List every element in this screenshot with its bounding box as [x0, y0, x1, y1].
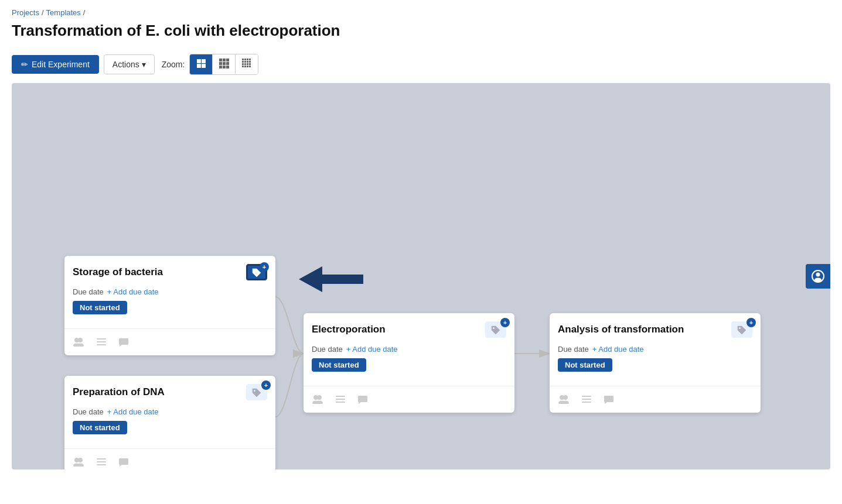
highlight-arrow — [299, 266, 363, 292]
card-prep-checklist-icon[interactable] — [96, 457, 107, 469]
card-analysis-add-due-date[interactable]: + Add due date — [592, 345, 644, 354]
toolbar: ✏ Edit Experiment Actions ▾ Zoom: — [0, 48, 842, 83]
card-analysis-tag-button[interactable]: + — [731, 321, 752, 338]
svg-rect-22 — [244, 63, 246, 65]
card-electroporation-add-due-date[interactable]: + Add due date — [346, 345, 398, 354]
tag-icon — [251, 388, 262, 397]
svg-rect-26 — [244, 66, 246, 67]
breadcrumb-projects[interactable]: Projects — [12, 8, 39, 17]
svg-rect-60 — [582, 396, 591, 397]
tag-icon — [737, 325, 747, 334]
card-electroporation-tag-button[interactable]: + — [485, 321, 506, 338]
card-storage-footer — [64, 332, 275, 355]
breadcrumb-sep1: / — [42, 8, 44, 17]
svg-rect-6 — [226, 59, 229, 61]
svg-rect-14 — [244, 59, 246, 60]
svg-rect-53 — [336, 399, 345, 400]
svg-rect-17 — [242, 61, 244, 63]
svg-point-64 — [816, 273, 820, 277]
card-analysis-members-icon[interactable] — [558, 395, 570, 407]
card-analysis-header: Analysis of transformation + — [550, 313, 761, 342]
card-prep-members-icon[interactable] — [73, 457, 84, 469]
card-prep-due-date-row: Due date + Add due date — [73, 407, 267, 416]
card-analysis-comments-icon[interactable] — [604, 395, 614, 407]
card-storage-add-due-date[interactable]: + Add due date — [107, 287, 159, 296]
svg-point-39 — [254, 390, 255, 392]
svg-rect-62 — [582, 402, 591, 403]
right-panel-user-button[interactable] — [806, 264, 830, 289]
svg-point-33 — [78, 338, 83, 342]
svg-point-55 — [739, 327, 741, 329]
breadcrumb: Projects / Templates / — [0, 0, 842, 19]
card-analysis-status[interactable]: Not started — [558, 358, 612, 372]
edit-experiment-label: Edit Experiment — [32, 60, 90, 69]
svg-rect-2 — [197, 64, 201, 68]
card-storage: Storage of bacteria + Due date + Add due… — [64, 256, 275, 355]
svg-rect-20 — [249, 61, 251, 63]
card-storage-body: Due date + Add due date Not started — [64, 285, 275, 325]
card-prep-divider — [64, 448, 275, 449]
card-analysis-title: Analysis of transformation — [558, 324, 684, 335]
card-prep-status[interactable]: Not started — [73, 421, 127, 434]
svg-rect-3 — [202, 64, 206, 68]
edit-experiment-button[interactable]: ✏ Edit Experiment — [12, 55, 99, 74]
breadcrumb-templates[interactable]: Templates — [46, 8, 81, 17]
svg-rect-24 — [249, 63, 251, 65]
card-prep-footer — [64, 452, 275, 469]
card-electroporation-comments-icon[interactable] — [357, 395, 368, 407]
card-storage-comments-icon[interactable] — [118, 337, 129, 349]
card-analysis-divider — [550, 386, 761, 386]
card-electroporation-checklist-icon[interactable] — [335, 395, 346, 407]
card-analysis-plus: + — [746, 318, 756, 327]
svg-point-57 — [563, 395, 568, 400]
card-prep-body: Due date + Add due date Not started — [64, 405, 275, 445]
card-electroporation-due-date-row: Due date + Add due date — [312, 345, 506, 354]
svg-rect-21 — [242, 63, 244, 65]
card-analysis-checklist-icon[interactable] — [581, 395, 592, 407]
card-electroporation-title: Electroporation — [312, 324, 386, 335]
svg-rect-19 — [247, 61, 248, 63]
card-electroporation-members-icon[interactable] — [312, 395, 323, 407]
card-prep-header: Preparation of DNA + — [64, 376, 275, 405]
svg-rect-54 — [336, 402, 345, 403]
card-storage-status[interactable]: Not started — [73, 301, 127, 314]
svg-rect-45 — [97, 461, 106, 462]
card-prep-due-date-label: Due date — [73, 407, 104, 416]
card-prep-add-due-date[interactable]: + Add due date — [107, 407, 159, 416]
tag-icon — [490, 325, 501, 334]
card-electroporation-plus: + — [500, 318, 510, 327]
page-title: Transformation of E. coli with electropo… — [0, 19, 842, 48]
card-electroporation-divider — [304, 386, 514, 386]
svg-rect-15 — [247, 59, 248, 60]
svg-rect-18 — [244, 61, 246, 63]
svg-rect-36 — [97, 338, 106, 340]
zoom-medium-button[interactable] — [213, 54, 236, 74]
card-storage-checklist-icon[interactable] — [96, 337, 107, 349]
card-storage-due-date-label: Due date — [73, 287, 104, 296]
svg-rect-0 — [197, 59, 201, 63]
actions-button[interactable]: Actions ▾ — [104, 54, 155, 74]
card-storage-tag-button[interactable]: + — [246, 264, 267, 280]
zoom-small-button[interactable] — [236, 54, 258, 74]
card-prep-dna: Preparation of DNA + Due date + Add due … — [64, 376, 275, 469]
card-storage-divider — [64, 328, 275, 329]
zoom-medium-icon — [219, 58, 229, 68]
svg-rect-9 — [226, 62, 229, 65]
svg-point-31 — [254, 270, 255, 272]
svg-rect-11 — [223, 66, 226, 68]
card-prep-comments-icon[interactable] — [118, 457, 129, 469]
svg-point-47 — [493, 327, 495, 329]
card-storage-members-icon[interactable] — [73, 337, 84, 349]
svg-rect-4 — [219, 59, 222, 61]
card-prep-title: Preparation of DNA — [73, 386, 165, 398]
card-electroporation-body: Due date + Add due date Not started — [304, 342, 514, 382]
zoom-group — [189, 54, 258, 75]
card-prep-tag-button[interactable]: + — [246, 384, 267, 400]
svg-marker-30 — [299, 266, 363, 292]
dropdown-arrow-icon: ▾ — [142, 60, 146, 69]
svg-point-65 — [814, 278, 821, 282]
zoom-large-button[interactable] — [190, 54, 213, 74]
svg-rect-27 — [247, 66, 248, 67]
card-electroporation-status[interactable]: Not started — [312, 358, 366, 372]
svg-rect-37 — [97, 341, 106, 342]
